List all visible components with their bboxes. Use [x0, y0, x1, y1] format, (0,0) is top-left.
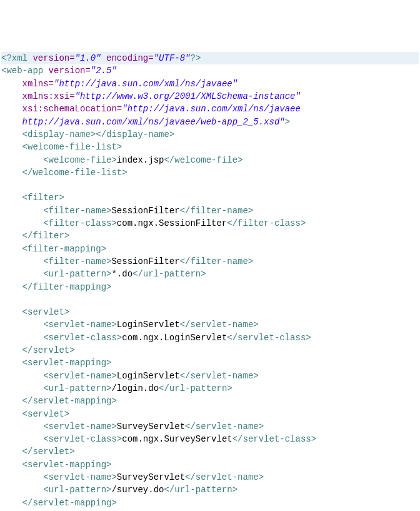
indent: [1, 269, 43, 279]
servlet-close: </servlet>: [22, 447, 75, 457]
attr-xmlns-xsi: xmlns:xsi=: [22, 91, 75, 101]
indent: [1, 256, 43, 266]
welcome-file-close: </welcome-file>: [164, 155, 242, 165]
indent: [1, 231, 22, 241]
servlet-name-close: </servlet-name>: [185, 422, 264, 432]
filter-class-close: </filter-class>: [227, 218, 306, 228]
line-xml-decl: <?xml version="1.0" encoding="UTF-8"?>: [1, 52, 419, 64]
servlet-mapping-open: <servlet-mapping>: [22, 358, 112, 368]
xml-attr-encoding: encoding=: [101, 53, 154, 63]
url-pattern-open: <url-pattern>: [43, 383, 111, 393]
filter-name-close: </filter-name>: [180, 256, 254, 266]
servlet-name-open: <servlet-name>: [43, 320, 117, 330]
servlet-name-close: </servlet-name>: [180, 320, 259, 330]
xml-version: "1.0": [75, 53, 101, 63]
servlet-class-open: <servlet-class>: [43, 333, 122, 343]
servlet-open: <servlet>: [22, 409, 70, 419]
indent: [1, 498, 22, 508]
indent: [1, 422, 43, 432]
indent: [1, 193, 22, 203]
indent: [1, 320, 43, 330]
filter-class-value: com.ngx.SessionFilter: [117, 218, 227, 228]
indent: [1, 447, 22, 457]
webapp-attr-version: version=: [43, 66, 91, 76]
indent: [1, 333, 43, 343]
indent: [1, 142, 22, 152]
indent: [1, 79, 22, 89]
indent: [1, 307, 22, 317]
indent: [1, 117, 22, 127]
url-pattern-close: </url-pattern>: [164, 485, 238, 495]
attr-schema: xsi:schemaLocation=: [22, 104, 122, 114]
indent: [1, 485, 43, 495]
servlet-name-value: SurveyServlet: [117, 472, 185, 482]
url-pattern-value: /login.do: [111, 383, 159, 393]
servlet-class-open: <servlet-class>: [43, 434, 122, 444]
indent: [1, 472, 43, 482]
servlet-name-value: LoginServlet: [117, 320, 180, 330]
indent: [1, 168, 22, 178]
url-pattern-open: <url-pattern>: [43, 485, 111, 495]
schema-val-1: "http://java.sun.com/xml/ns/javaee: [122, 104, 306, 114]
indent: [1, 91, 22, 101]
servlet-name-open: <servlet-name>: [43, 371, 117, 381]
servlet-name-open: <servlet-name>: [43, 422, 117, 432]
xml-pi-close: ?>: [190, 53, 201, 63]
filter-mapping-close: </filter-mapping>: [22, 282, 112, 292]
indent: [1, 460, 22, 470]
servlet-mapping-close: </servlet-mapping>: [22, 396, 117, 406]
filter-mapping-open: <filter-mapping>: [22, 244, 106, 254]
webapp-version: "2.5": [91, 66, 117, 76]
indent: [1, 358, 22, 368]
filter-class-open: <filter-class>: [43, 218, 117, 228]
attr-xmlns: xmlns=: [22, 79, 54, 89]
indent: [1, 409, 22, 419]
welcome-file-open: <welcome-file>: [43, 155, 117, 165]
url-pattern-value: *.do: [111, 269, 132, 279]
gt: >: [285, 117, 290, 127]
indent: [1, 396, 22, 406]
servlet-class-value: com.ngx.LoginServlet: [122, 333, 227, 343]
welcome-file-list-open: <welcome-file-list>: [22, 142, 122, 152]
servlet-class-value: com.ngx.SurveyServlet: [122, 434, 232, 444]
indent: [1, 345, 22, 355]
webapp-open: <web-app: [1, 66, 43, 76]
display-name-close: </display-name>: [96, 129, 174, 139]
url-pattern-open: <url-pattern>: [43, 269, 111, 279]
servlet-open: <servlet>: [22, 307, 70, 317]
filter-name-open: <filter-name>: [43, 256, 111, 266]
servlet-name-open: <servlet-name>: [43, 472, 117, 482]
filter-name-close: </filter-name>: [180, 206, 254, 216]
servlet-mapping-open: <servlet-mapping>: [22, 460, 112, 470]
servlet-name-value: LoginServlet: [117, 371, 180, 381]
filter-close: </filter>: [22, 231, 70, 241]
url-pattern-value: /survey.do: [111, 485, 164, 495]
xml-pi-open: <?xml: [1, 53, 28, 63]
servlet-name-close: </servlet-name>: [180, 371, 259, 381]
servlet-mapping-close: </servlet-mapping>: [22, 498, 117, 508]
servlet-name-value: SurveyServlet: [117, 422, 185, 432]
filter-name-value: SessionFilter: [111, 206, 179, 216]
servlet-class-close: </servlet-class>: [227, 333, 311, 343]
display-name-open: <display-name>: [22, 129, 96, 139]
url-pattern-close: </url-pattern>: [159, 383, 232, 393]
indent: [1, 218, 43, 228]
filter-name-value: SessionFilter: [111, 256, 179, 266]
indent: [1, 371, 43, 381]
xmlns-xsi-val: "http://www.w3.org/2001/XMLSchema-instan…: [75, 91, 301, 101]
filter-name-open: <filter-name>: [43, 206, 111, 216]
code-block: <?xml version="1.0" encoding="UTF-8"?> <…: [1, 52, 419, 511]
xmlns-val: "http://java.sun.com/xml/ns/javaee": [54, 79, 238, 89]
indent: [1, 383, 43, 393]
indent: [1, 155, 43, 165]
filter-open: <filter>: [22, 193, 64, 203]
indent: [1, 282, 22, 292]
xml-attr-version: version=: [28, 53, 75, 63]
indent: [1, 244, 22, 254]
xml-encoding: "UTF-8": [154, 53, 191, 63]
indent: [1, 434, 43, 444]
servlet-name-close: </servlet-name>: [185, 472, 264, 482]
url-pattern-close: </url-pattern>: [132, 269, 206, 279]
servlet-close: </servlet>: [22, 345, 75, 355]
schema-val-2: http://java.sun.com/xml/ns/javaee/web-ap…: [22, 117, 285, 127]
